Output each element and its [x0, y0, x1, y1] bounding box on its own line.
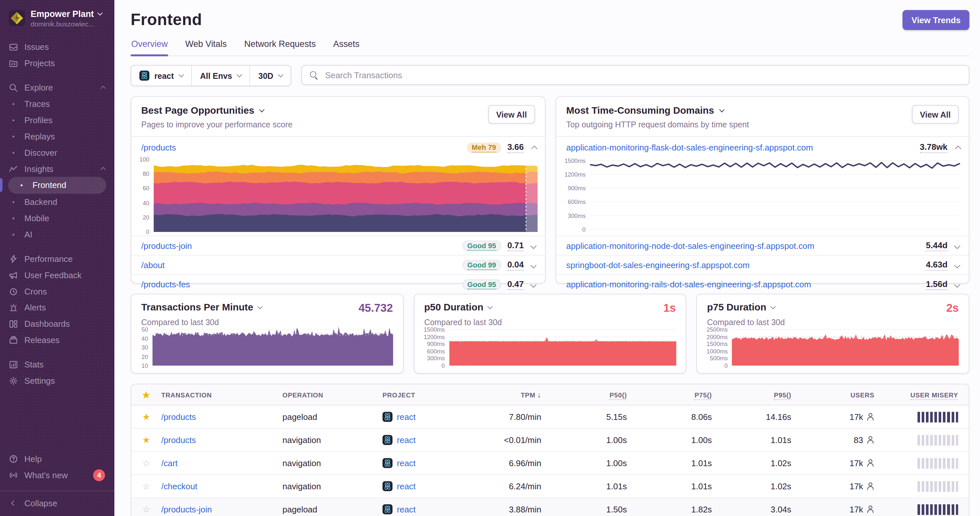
- col-p95[interactable]: P95(): [712, 391, 791, 399]
- table-row[interactable]: ☆ /products-join pageload react 3.88/min…: [131, 498, 969, 516]
- page-link[interactable]: /products-fes: [142, 279, 190, 289]
- star-toggle[interactable]: ☆: [131, 504, 161, 514]
- col-tpm[interactable]: TPM↓: [487, 390, 541, 399]
- domain-link[interactable]: application-monitoring-node-dot-sales-en…: [566, 241, 815, 251]
- expand-row-button[interactable]: [954, 263, 960, 267]
- sidebar-item-label: Mobile: [24, 213, 106, 223]
- sidebar-item-discover[interactable]: Discover: [0, 144, 115, 160]
- sidebar-item-whats-new[interactable]: What's new 4: [0, 467, 115, 483]
- sidebar-group-explore[interactable]: Explore: [0, 79, 115, 96]
- domain-row[interactable]: springboot-dot-sales-engineering-sf.apps…: [556, 255, 969, 274]
- transaction-link[interactable]: /products: [161, 435, 196, 445]
- panel-title[interactable]: p50 Duration: [424, 302, 492, 313]
- chevron-down-icon: [278, 72, 283, 77]
- star-toggle[interactable]: ☆: [131, 458, 161, 468]
- tab-web-vitals[interactable]: Web Vitals: [185, 39, 228, 56]
- transaction-link[interactable]: /products: [161, 412, 196, 422]
- expand-row-button[interactable]: [530, 243, 536, 248]
- panel-title[interactable]: Transactions Per Minute: [142, 302, 262, 313]
- panel-title[interactable]: Most Time-Consuming Domains: [566, 105, 749, 116]
- star-toggle[interactable]: ☆: [131, 481, 161, 491]
- opportunity-row[interactable]: /products-join Good 95 0.71: [131, 235, 545, 255]
- col-transaction[interactable]: TRANSACTION: [161, 391, 282, 399]
- project-link[interactable]: react: [397, 435, 416, 445]
- sidebar-item-user-feedback[interactable]: User Feedback: [0, 267, 115, 283]
- tab-overview[interactable]: Overview: [130, 39, 169, 56]
- expand-row-button[interactable]: [954, 282, 960, 286]
- sidebar-item-replays[interactable]: Replays: [0, 128, 115, 144]
- panel-title[interactable]: Best Page Opportunities: [142, 105, 293, 116]
- page-link[interactable]: /products-join: [142, 241, 192, 251]
- tab-assets[interactable]: Assets: [332, 39, 360, 56]
- sidebar-item-mobile[interactable]: Mobile: [0, 210, 115, 226]
- domain-link[interactable]: springboot-dot-sales-engineering-sf.apps…: [566, 260, 750, 270]
- date-range-filter[interactable]: 30D: [250, 65, 291, 85]
- sidebar-item-dashboards[interactable]: Dashboards: [0, 316, 115, 332]
- page-link[interactable]: /about: [142, 260, 165, 270]
- star-header-icon[interactable]: ★: [131, 390, 161, 400]
- project-filter[interactable]: react: [131, 65, 191, 85]
- domain-link[interactable]: application-monitoring-rails-dot-sales-e…: [566, 279, 811, 289]
- opportunity-row[interactable]: /about Good 99 0.04: [131, 255, 545, 274]
- col-operation[interactable]: OPERATION: [282, 391, 382, 399]
- project-link[interactable]: react: [397, 481, 416, 491]
- collapse-row-button[interactable]: [530, 145, 536, 149]
- col-p75[interactable]: P75(): [627, 391, 712, 399]
- org-switcher[interactable]: Empower Plant dominik.buszowiec...: [0, 0, 115, 35]
- star-toggle[interactable]: ★: [131, 435, 161, 445]
- table-row[interactable]: ☆ /checkout navigation react 6.24/min 1.…: [131, 475, 969, 498]
- domain-link[interactable]: application-monitoring-flask-dot-sales-e…: [566, 143, 813, 152]
- search-input[interactable]: [324, 70, 961, 81]
- view-all-button[interactable]: View All: [488, 105, 535, 124]
- table-row[interactable]: ★ /products pageload react 7.80/min 5.15…: [131, 406, 969, 429]
- sidebar-item-issues[interactable]: Issues: [0, 39, 115, 55]
- transaction-link[interactable]: /products-join: [161, 505, 212, 514]
- sidebar-item-crons[interactable]: Crons: [0, 283, 115, 299]
- tab-network-requests[interactable]: Network Requests: [244, 39, 317, 56]
- view-trends-button[interactable]: View Trends: [903, 10, 969, 30]
- page-link[interactable]: /products: [142, 143, 176, 152]
- user-misery-bars: [917, 411, 958, 422]
- sidebar-item-profiles[interactable]: Profiles: [0, 112, 115, 128]
- sidebar-item-projects[interactable]: Projects: [0, 55, 115, 71]
- transaction-link[interactable]: /cart: [161, 458, 178, 468]
- col-users[interactable]: USERS: [791, 391, 875, 399]
- project-link[interactable]: react: [397, 412, 416, 422]
- sidebar-item-help[interactable]: Help: [0, 451, 115, 467]
- star-toggle[interactable]: ★: [131, 412, 161, 422]
- collapse-row-button[interactable]: [954, 145, 960, 149]
- opportunity-row[interactable]: /products-fes Good 95 0.47: [131, 274, 545, 294]
- expand-row-button[interactable]: [530, 263, 536, 267]
- domain-row[interactable]: application-monitoring-node-dot-sales-en…: [556, 235, 969, 255]
- sidebar-item-settings[interactable]: Settings: [0, 372, 115, 389]
- environment-filter[interactable]: All Envs: [191, 65, 250, 85]
- col-project[interactable]: PROJECT: [382, 391, 487, 399]
- table-row[interactable]: ★ /products navigation react <0.01/min 1…: [131, 429, 969, 452]
- col-user-misery[interactable]: USER MISERY: [875, 391, 969, 399]
- sidebar-item-performance[interactable]: Performance: [0, 251, 115, 267]
- domain-row[interactable]: application-monitoring-flask-dot-sales-e…: [556, 137, 969, 158]
- sidebar-item-backend[interactable]: Backend: [0, 194, 115, 210]
- tpm-chart: 5040302010: [136, 329, 393, 365]
- sidebar-collapse-button[interactable]: Collapse: [0, 495, 115, 511]
- opportunity-row[interactable]: /products Meh 79 3.66: [131, 137, 545, 158]
- sidebar-item-alerts[interactable]: Alerts: [0, 299, 115, 316]
- sidebar-item-traces[interactable]: Traces: [0, 96, 115, 112]
- search-icon: [310, 71, 318, 79]
- sidebar-item-releases[interactable]: Releases: [0, 332, 115, 348]
- transaction-link[interactable]: /checkout: [161, 481, 197, 491]
- sidebar-item-ai[interactable]: AI: [0, 226, 115, 242]
- sidebar-group-insights[interactable]: Insights: [0, 160, 115, 177]
- project-link[interactable]: react: [397, 458, 416, 468]
- expand-row-button[interactable]: [954, 243, 960, 248]
- expand-row-button[interactable]: [530, 282, 536, 286]
- view-all-button[interactable]: View All: [912, 105, 959, 124]
- sidebar-item-frontend[interactable]: Frontend: [8, 177, 106, 194]
- col-p50[interactable]: P50(): [541, 391, 627, 399]
- table-row[interactable]: ☆ /cart navigation react 6.96/min 1.00s …: [131, 452, 969, 475]
- transactions-table: ★ TRANSACTION OPERATION PROJECT TPM↓ P50…: [130, 384, 969, 516]
- sidebar-item-stats[interactable]: Stats: [0, 356, 115, 372]
- panel-title[interactable]: p75 Duration: [707, 302, 775, 313]
- domain-row[interactable]: application-monitoring-rails-dot-sales-e…: [556, 274, 969, 294]
- project-link[interactable]: react: [397, 505, 416, 514]
